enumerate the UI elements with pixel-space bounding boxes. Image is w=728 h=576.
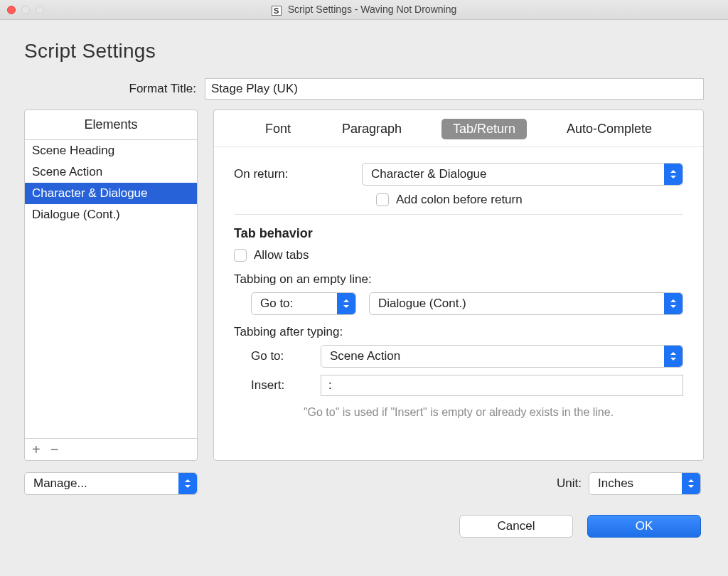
empty-action-select[interactable]: Go to: bbox=[251, 292, 356, 315]
hint-text: "Go to" is used if "Insert" is empty or … bbox=[234, 406, 683, 419]
close-window-button[interactable] bbox=[7, 6, 16, 14]
stepper-icon bbox=[664, 293, 682, 314]
app-icon: S bbox=[272, 6, 282, 16]
cancel-button[interactable]: Cancel bbox=[459, 515, 573, 538]
unit-value: Inches bbox=[598, 476, 633, 491]
empty-action-value: Go to: bbox=[260, 297, 293, 311]
zoom-window-button bbox=[36, 6, 44, 14]
stepper-icon bbox=[337, 293, 355, 314]
on-return-label: On return: bbox=[234, 167, 362, 181]
tab-auto-complete[interactable]: Auto-Complete bbox=[555, 119, 663, 139]
window-title: Script Settings - Waving Not Drowning bbox=[288, 4, 457, 15]
tabbing-empty-label: Tabbing on an empty line: bbox=[234, 272, 683, 287]
empty-target-value: Dialogue (Cont.) bbox=[378, 297, 466, 311]
unit-select[interactable]: Inches bbox=[589, 472, 701, 495]
allow-tabs-checkbox[interactable] bbox=[234, 249, 247, 262]
tab-tab-return[interactable]: Tab/Return bbox=[441, 119, 527, 139]
manage-select[interactable]: Manage... bbox=[24, 472, 198, 495]
elements-listbox: Elements Scene Heading Scene Action Char… bbox=[24, 110, 198, 461]
add-colon-checkbox[interactable] bbox=[376, 193, 389, 206]
on-return-select[interactable]: Character & Dialogue bbox=[362, 163, 683, 186]
after-insert-input[interactable] bbox=[321, 375, 683, 396]
allow-tabs-label: Allow tabs bbox=[254, 248, 309, 262]
after-insert-label: Insert: bbox=[251, 378, 308, 393]
remove-element-button[interactable]: − bbox=[50, 443, 59, 456]
empty-target-select[interactable]: Dialogue (Cont.) bbox=[369, 292, 683, 315]
elements-header: Elements bbox=[25, 110, 197, 140]
format-title-input[interactable] bbox=[205, 78, 704, 100]
stepper-icon bbox=[664, 346, 682, 367]
add-colon-label: Add colon before return bbox=[396, 193, 523, 207]
stepper-icon bbox=[178, 473, 197, 494]
ok-button[interactable]: OK bbox=[587, 515, 701, 538]
list-item[interactable]: Scene Action bbox=[25, 161, 197, 183]
minimize-window-button bbox=[21, 6, 30, 14]
on-return-value: Character & Dialogue bbox=[371, 167, 487, 181]
stepper-icon bbox=[682, 473, 700, 494]
page-title: Script Settings bbox=[24, 40, 704, 63]
window-titlebar: S Script Settings - Waving Not Drowning bbox=[0, 0, 728, 20]
unit-label: Unit: bbox=[557, 476, 582, 491]
list-item[interactable]: Dialogue (Cont.) bbox=[25, 204, 197, 225]
tabbing-after-label: Tabbing after typing: bbox=[234, 325, 683, 339]
format-title-label: Format Title: bbox=[24, 82, 205, 96]
stepper-icon bbox=[664, 164, 682, 185]
manage-value: Manage... bbox=[33, 476, 87, 491]
list-item[interactable]: Character & Dialogue bbox=[25, 183, 197, 204]
tab-behavior-heading: Tab behavior bbox=[234, 226, 683, 241]
tab-paragraph[interactable]: Paragraph bbox=[331, 119, 413, 139]
add-element-button[interactable]: + bbox=[32, 443, 41, 456]
tab-font[interactable]: Font bbox=[254, 119, 302, 139]
after-goto-select[interactable]: Scene Action bbox=[321, 345, 683, 368]
settings-panel: Font Paragraph Tab/Return Auto-Complete … bbox=[213, 110, 704, 461]
after-goto-value: Scene Action bbox=[330, 349, 400, 363]
list-item[interactable]: Scene Heading bbox=[25, 140, 197, 161]
after-goto-label: Go to: bbox=[251, 349, 308, 363]
